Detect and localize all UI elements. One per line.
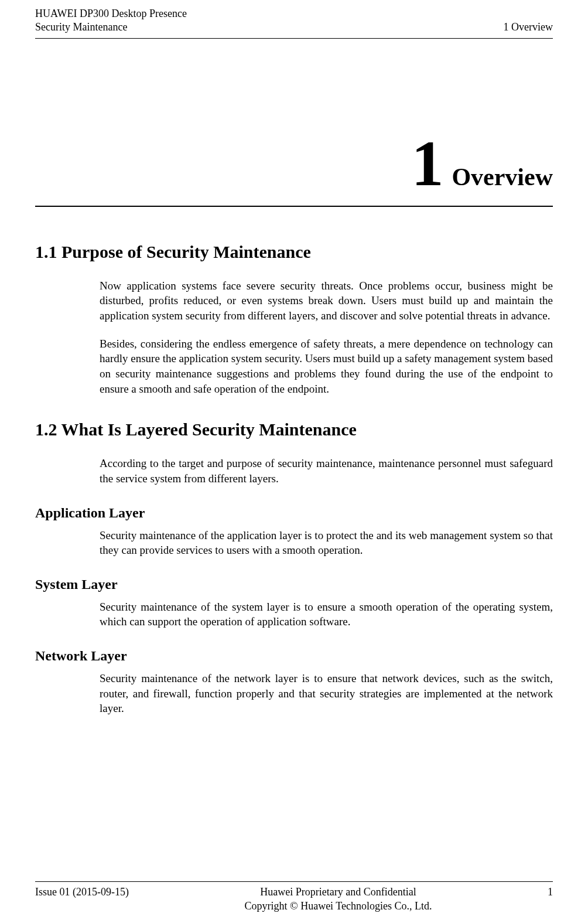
footer-copyright: Copyright © Huawei Technologies Co., Ltd… (129, 899, 548, 913)
footer-divider (35, 881, 553, 882)
section-2-heading: 1.2 What Is Layered Security Maintenance (35, 420, 553, 439)
footer-issue: Issue 01 (2015-09-15) (35, 885, 129, 899)
header-title-line2: Security Maintenance (35, 21, 187, 34)
subsection-network-layer-text: Security maintenance of the network laye… (100, 671, 553, 716)
chapter-word: Overview (452, 163, 553, 190)
subsection-application-layer-text: Security maintenance of the application … (100, 528, 553, 558)
page-footer: Issue 01 (2015-09-15) Huawei Proprietary… (35, 881, 553, 913)
section-1-paragraph-2: Besides, considering the endless emergen… (100, 336, 553, 397)
section-2-paragraph-1: According to the target and purpose of s… (100, 456, 553, 486)
chapter-title: 1 Overview (0, 39, 588, 201)
section-1-heading: 1.1 Purpose of Security Maintenance (35, 242, 553, 262)
content: 1.1 Purpose of Security Maintenance Now … (0, 207, 588, 716)
subsection-system-layer-heading: System Layer (35, 577, 553, 592)
chapter-number: 1 (411, 128, 443, 199)
footer-page-number: 1 (548, 885, 553, 899)
footer-center: Huawei Proprietary and Confidential Copy… (129, 885, 548, 913)
subsection-network-layer-heading: Network Layer (35, 648, 553, 664)
header-left: HUAWEI DP300 Desktop Presence Security M… (35, 7, 187, 35)
subsection-system-layer-text: Security maintenance of the system layer… (100, 599, 553, 629)
header-title-line1: HUAWEI DP300 Desktop Presence (35, 7, 187, 21)
header-section: 1 Overview (504, 21, 553, 34)
header-right: 1 Overview (504, 7, 553, 35)
section-1-paragraph-1: Now application systems face severe secu… (100, 278, 553, 323)
footer-proprietary: Huawei Proprietary and Confidential (129, 885, 548, 899)
subsection-application-layer-heading: Application Layer (35, 505, 553, 521)
page-header: HUAWEI DP300 Desktop Presence Security M… (0, 0, 588, 35)
